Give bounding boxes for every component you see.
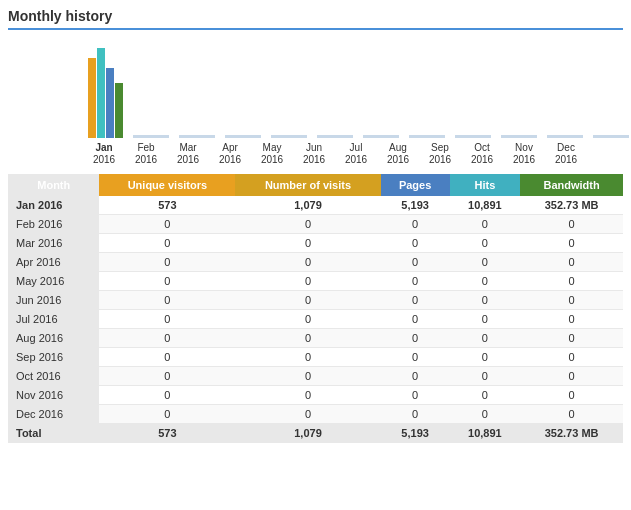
cell-bandwidth: 0 <box>520 348 623 367</box>
cell-visits: 0 <box>235 310 380 329</box>
x-label-oct: Oct2016 <box>466 142 498 166</box>
cell-hits: 0 <box>450 272 521 291</box>
cell-pages: 0 <box>381 386 450 405</box>
th-hits: Hits <box>450 174 521 196</box>
bar-group-feb <box>133 135 169 138</box>
cell-month: Apr 2016 <box>8 253 99 272</box>
cell-bandwidth: 0 <box>520 272 623 291</box>
cell-visits: 0 <box>235 272 380 291</box>
bar-group-jun <box>317 135 353 138</box>
cell-hits: 0 <box>450 348 521 367</box>
x-label-sep: Sep2016 <box>424 142 456 166</box>
bar-group-jul <box>363 135 399 138</box>
table-row: Jun 201600000 <box>8 291 623 310</box>
table-row: Jan 20165731,0795,19310,891352.73 MB <box>8 196 623 215</box>
cell-unique: 0 <box>99 291 235 310</box>
cell-visits: 0 <box>235 234 380 253</box>
cell-pages: 0 <box>381 367 450 386</box>
cell-bandwidth: 0 <box>520 405 623 424</box>
table-row: Dec 201600000 <box>8 405 623 424</box>
x-label-jul: Jul2016 <box>340 142 372 166</box>
cell-pages: 0 <box>381 405 450 424</box>
cell-month: Sep 2016 <box>8 348 99 367</box>
table-row: Nov 201600000 <box>8 386 623 405</box>
cell-hits: 0 <box>450 310 521 329</box>
table-row: May 201600000 <box>8 272 623 291</box>
cell-pages: 0 <box>381 272 450 291</box>
cell-month: Aug 2016 <box>8 329 99 348</box>
monthly-table: Month Unique visitors Number of visits P… <box>8 174 623 443</box>
cell-month: Oct 2016 <box>8 367 99 386</box>
cell-pages: 0 <box>381 234 450 253</box>
cell-month: Feb 2016 <box>8 215 99 234</box>
cell-hits: 0 <box>450 329 521 348</box>
bar-jun <box>317 135 353 138</box>
cell-bandwidth: 0 <box>520 367 623 386</box>
total-row: Total 573 1,079 5,193 10,891 352.73 MB <box>8 424 623 443</box>
x-label-feb: Feb2016 <box>130 142 162 166</box>
bar-hits-jan <box>97 48 105 138</box>
cell-visits: 0 <box>235 405 380 424</box>
cell-month: Nov 2016 <box>8 386 99 405</box>
cell-unique: 0 <box>99 272 235 291</box>
bar-unique-jan <box>88 58 96 138</box>
bar-apr <box>225 135 261 138</box>
total-bandwidth: 352.73 MB <box>520 424 623 443</box>
cell-pages: 0 <box>381 215 450 234</box>
cell-month: Dec 2016 <box>8 405 99 424</box>
cell-bandwidth: 0 <box>520 291 623 310</box>
cell-unique: 0 <box>99 253 235 272</box>
table-row: Jul 201600000 <box>8 310 623 329</box>
cell-unique: 0 <box>99 348 235 367</box>
th-pages: Pages <box>381 174 450 196</box>
cell-pages: 0 <box>381 329 450 348</box>
table-row: Mar 201600000 <box>8 234 623 253</box>
cell-hits: 0 <box>450 367 521 386</box>
x-label-apr: Apr2016 <box>214 142 246 166</box>
cell-bandwidth: 0 <box>520 310 623 329</box>
x-label-dec: Dec2016 <box>550 142 582 166</box>
bar-group-may <box>271 135 307 138</box>
bar-dec <box>593 135 629 138</box>
cell-unique: 0 <box>99 405 235 424</box>
cell-bandwidth: 0 <box>520 234 623 253</box>
x-label-may: May2016 <box>256 142 288 166</box>
cell-unique: 0 <box>99 367 235 386</box>
bar-oct <box>501 135 537 138</box>
cell-hits: 0 <box>450 234 521 253</box>
cell-unique: 0 <box>99 329 235 348</box>
bar-bandwidth-jan <box>115 83 123 138</box>
bar-jul <box>363 135 399 138</box>
cell-hits: 0 <box>450 253 521 272</box>
total-visits: 1,079 <box>235 424 380 443</box>
table-row: Apr 201600000 <box>8 253 623 272</box>
total-unique: 573 <box>99 424 235 443</box>
cell-visits: 0 <box>235 367 380 386</box>
cell-visits: 0 <box>235 291 380 310</box>
total-label: Total <box>8 424 99 443</box>
cell-visits: 0 <box>235 329 380 348</box>
bar-nov <box>547 135 583 138</box>
cell-visits: 0 <box>235 253 380 272</box>
cell-visits: 0 <box>235 215 380 234</box>
cell-unique: 0 <box>99 310 235 329</box>
table-header-row: Month Unique visitors Number of visits P… <box>8 174 623 196</box>
cell-unique: 0 <box>99 215 235 234</box>
cell-hits: 0 <box>450 386 521 405</box>
table-row: Feb 201600000 <box>8 215 623 234</box>
table-row: Oct 201600000 <box>8 367 623 386</box>
table-row: Aug 201600000 <box>8 329 623 348</box>
x-label-mar: Mar2016 <box>172 142 204 166</box>
bar-group-aug <box>409 135 445 138</box>
bar-aug <box>409 135 445 138</box>
x-label-jan: Jan2016 <box>88 142 120 166</box>
monthly-history-section: Monthly history <box>8 8 623 443</box>
cell-month: Mar 2016 <box>8 234 99 253</box>
x-label-aug: Aug2016 <box>382 142 414 166</box>
bar-group-nov <box>547 135 583 138</box>
bar-feb <box>133 135 169 138</box>
cell-visits: 1,079 <box>235 196 380 215</box>
bar-group-sep <box>455 135 491 138</box>
cell-bandwidth: 352.73 MB <box>520 196 623 215</box>
cell-hits: 0 <box>450 291 521 310</box>
